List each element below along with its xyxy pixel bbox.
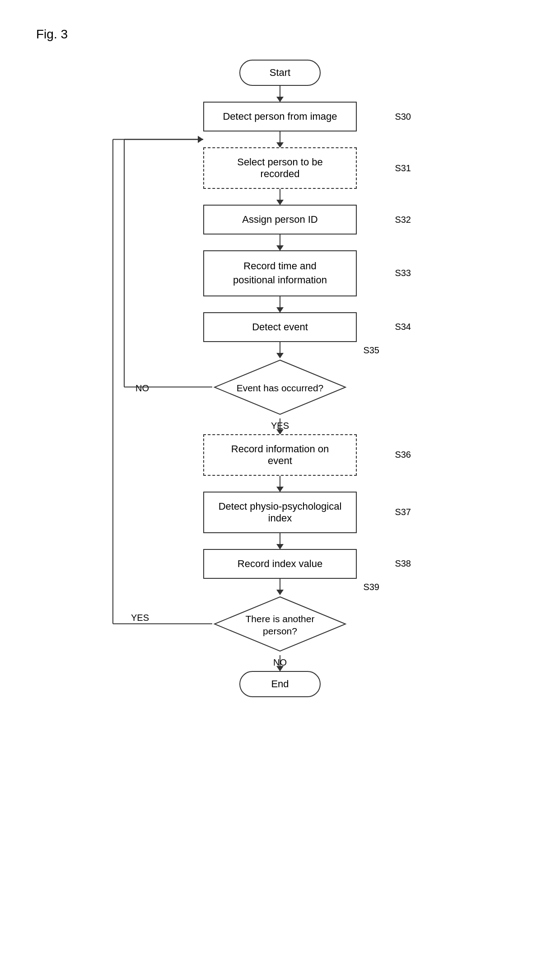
s39-yes-label: YES xyxy=(131,613,149,623)
page: Fig. 3 Start Detect person from image S3… xyxy=(0,0,560,971)
s39-diamond-container: S39 There is another person? NO xyxy=(212,595,348,655)
s35-text: Event has occurred? xyxy=(230,382,330,394)
s33-row: Record time and positional information S… xyxy=(122,250,438,296)
arrow-10 xyxy=(280,579,280,595)
s30-node: Detect person from image xyxy=(203,102,357,131)
arrow-5 xyxy=(280,296,280,312)
s39-row: YES S39 There is another person? NO xyxy=(122,595,438,655)
end-node: End xyxy=(239,671,321,697)
arrow-8 xyxy=(280,476,280,492)
s35-step-label: S35 xyxy=(363,345,379,356)
s32-node: Assign person ID xyxy=(203,205,357,235)
arrow-3 xyxy=(280,189,280,205)
arrow-9 xyxy=(280,533,280,549)
s34-label: S34 xyxy=(395,322,411,332)
s33-label: S33 xyxy=(395,268,411,278)
s37-row: Detect physio-psychological index S37 xyxy=(122,492,438,533)
s33-line1: Record time and xyxy=(243,260,316,272)
arrow-6 xyxy=(280,342,280,358)
s39-step-label: S39 xyxy=(363,582,379,592)
s38-row: Record index value S38 xyxy=(122,549,438,579)
figure-label: Fig. 3 xyxy=(36,27,524,42)
s36-label: S36 xyxy=(395,450,411,460)
s38-label: S38 xyxy=(395,558,411,569)
s35-diamond-container: S35 Event has occurred? YES xyxy=(212,358,348,418)
s36-node: Record information on event xyxy=(203,434,357,476)
s30-label: S30 xyxy=(395,112,411,122)
arrow-11 xyxy=(280,655,280,671)
s37-label: S37 xyxy=(395,507,411,517)
arrow-2 xyxy=(280,131,280,147)
arrow-7 xyxy=(280,418,280,434)
s30-row: Detect person from image S30 xyxy=(122,102,438,131)
s38-node: Record index value xyxy=(203,549,357,579)
s31-row: Select person to be recorded S31 xyxy=(122,147,438,189)
s31-node: Select person to be recorded xyxy=(203,147,357,189)
s31-label: S31 xyxy=(395,163,411,174)
arrow-1 xyxy=(280,86,280,102)
start-node: Start xyxy=(239,60,321,86)
s34-row: Detect event S34 xyxy=(122,312,438,342)
arrow-4 xyxy=(280,235,280,250)
s37-node: Detect physio-psychological index xyxy=(203,492,357,533)
s33-node: Record time and positional information xyxy=(203,250,357,296)
s36-row: Record information on event S36 xyxy=(122,434,438,476)
diagram-container: Start Detect person from image S30 Selec… xyxy=(99,60,461,697)
s32-row: Assign person ID S32 xyxy=(122,205,438,235)
start-row: Start xyxy=(122,60,438,86)
s39-text: There is another person? xyxy=(235,612,325,637)
end-row: End xyxy=(122,671,438,697)
s32-label: S32 xyxy=(395,215,411,225)
s35-row: NO S35 Event has occurred? YES xyxy=(122,358,438,418)
flow-wrapper: Start Detect person from image S30 Selec… xyxy=(122,60,438,697)
s35-no-label: NO xyxy=(135,383,149,393)
s34-node: Detect event xyxy=(203,312,357,342)
s33-line2: positional information xyxy=(233,274,327,286)
